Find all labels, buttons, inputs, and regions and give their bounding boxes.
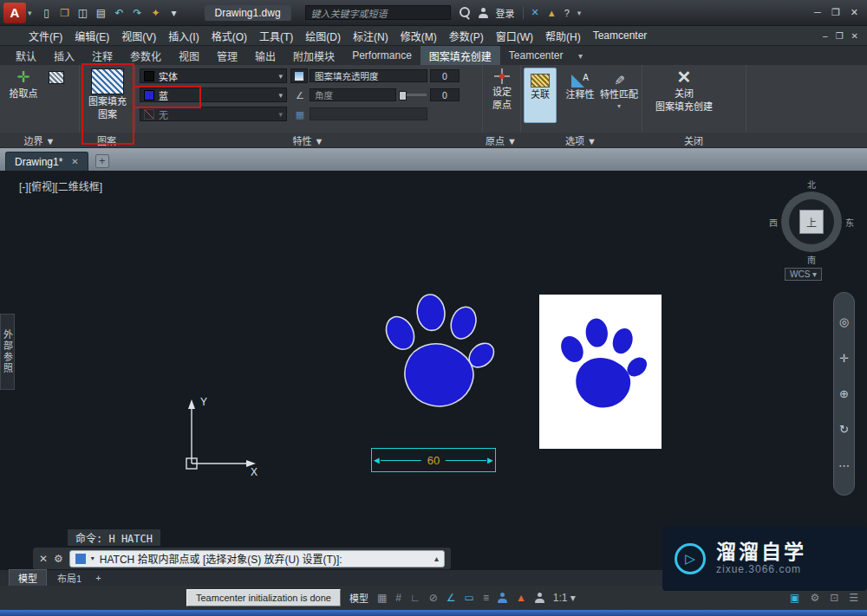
command-customize-icon[interactable]: ⚙ (54, 553, 63, 565)
tab-insert[interactable]: 插入 (45, 46, 83, 65)
doc-close-button[interactable]: ✕ (851, 31, 858, 41)
doc-restore-button[interactable]: ❐ (836, 31, 844, 41)
match-properties-chevron-icon[interactable]: ▾ (617, 102, 621, 110)
exchange-apps-icon[interactable]: ✕ (531, 7, 539, 18)
menu-format[interactable]: 格式(O) (205, 29, 253, 43)
menu-file[interactable]: 文件(F) (23, 29, 68, 43)
doc-minimize-button[interactable]: – (823, 31, 828, 41)
layout1-tab[interactable]: 布局1 (49, 570, 90, 586)
pick-points-button[interactable]: ✛ 拾取点 (3, 68, 43, 100)
menu-edit[interactable]: 编辑(E) (68, 29, 115, 43)
redo-icon[interactable]: ↷ (130, 5, 146, 21)
collaborate-user-icon[interactable] (498, 593, 507, 603)
close-panel-label[interactable]: 关闭 (642, 133, 746, 148)
model-tab[interactable]: 模型 (9, 569, 47, 587)
recent-commands-icon[interactable] (75, 554, 86, 564)
qat-more-icon[interactable]: ▾ (166, 5, 182, 21)
open-folder-icon[interactable]: ❒ (57, 5, 73, 21)
tab-performance[interactable]: Performance (343, 46, 420, 65)
menu-window[interactable]: 窗口(W) (490, 29, 539, 43)
menu-view[interactable]: 视图(V) (115, 29, 162, 43)
tab-teamcenter[interactable]: Teamcenter (500, 46, 572, 65)
angle-field[interactable]: 角度 (310, 88, 396, 101)
close-hatch-editor-button[interactable]: ✕ 关闭 图案填充创建 (652, 68, 716, 112)
transparency-value[interactable]: 0 (430, 69, 460, 82)
navbar-more-icon[interactable]: ⋯ (838, 459, 850, 472)
ucs-icon[interactable]: Y X (178, 394, 260, 477)
flame-icon[interactable]: ▲ (516, 592, 526, 604)
reference-image[interactable] (539, 295, 662, 449)
command-close-icon[interactable]: ✕ (39, 553, 48, 565)
command-collapse-icon[interactable]: ▴ (434, 554, 439, 563)
login-button[interactable]: 登录 (496, 6, 515, 20)
add-layout-button[interactable]: + (95, 573, 101, 583)
menu-insert[interactable]: 插入(I) (162, 29, 205, 43)
boundary-panel-label[interactable]: 边界 ▼ (0, 133, 79, 148)
dimension-60[interactable]: ◄ ► 60 (371, 448, 496, 472)
menu-dimension[interactable]: 标注(N) (347, 29, 394, 43)
lineweight-icon[interactable]: ≡ (483, 592, 489, 604)
tab-view[interactable]: 视图 (170, 46, 208, 65)
viewcube-ring[interactable]: 上 (781, 191, 842, 252)
save-icon[interactable]: ◫ (75, 5, 91, 21)
search-icon[interactable] (460, 7, 471, 18)
ortho-icon[interactable]: ∟ (410, 592, 420, 604)
background-color-combo[interactable]: 无 ▾ (140, 107, 287, 121)
annotative-button[interactable]: 注释性 (562, 68, 598, 101)
help-chevron-icon[interactable]: ▾ (577, 9, 582, 17)
model-space-label[interactable]: 模型 (349, 591, 368, 605)
hatch-type-combo[interactable]: 实体 ▾ (140, 68, 287, 83)
recent-commands-chevron-icon[interactable]: ▾ (91, 554, 95, 562)
polar-tracking-icon[interactable]: ⊘ (429, 592, 438, 604)
tab-manage[interactable]: 管理 (208, 46, 246, 65)
snap-icon[interactable]: # (395, 592, 401, 604)
paw-hatch-object[interactable] (368, 289, 505, 434)
viewcube-south-label[interactable]: 南 (807, 253, 816, 266)
zoom-icon[interactable]: ⊕ (839, 387, 849, 400)
dynamic-input-icon[interactable]: ▭ (465, 592, 474, 604)
close-button[interactable]: ✕ (851, 7, 858, 18)
viewcube-top-face[interactable]: 上 (799, 210, 824, 234)
set-origin-button[interactable]: 设定 原点 (484, 68, 520, 110)
new-drawing-tab-button[interactable]: + (95, 154, 109, 168)
angle-slider[interactable] (399, 94, 427, 96)
menu-modify[interactable]: 修改(M) (394, 29, 443, 43)
new-file-icon[interactable]: ▯ (39, 5, 55, 21)
pan-icon[interactable]: ✛ (839, 352, 849, 365)
app-logo[interactable]: A (3, 3, 26, 23)
menu-parametric[interactable]: 参数(P) (443, 29, 490, 43)
options-panel-label[interactable]: 选项 ▼ (520, 133, 642, 148)
maximize-button[interactable]: ❐ (831, 7, 840, 18)
annotation-scale-button[interactable]: 1:1 ▾ (553, 592, 576, 604)
viewcube-east-label[interactable]: 东 (845, 216, 854, 229)
properties-panel-label[interactable]: 特性 ▼ (134, 133, 482, 148)
customization-menu-icon[interactable]: ☰ (849, 592, 858, 604)
tab-default[interactable]: 默认 (7, 46, 45, 65)
menu-tools[interactable]: 工具(T) (253, 29, 299, 43)
menu-draw[interactable]: 绘图(D) (299, 29, 347, 43)
user-presence-icon[interactable] (535, 593, 544, 603)
file-tab-drawing1[interactable]: Drawing1* ✕ (5, 152, 88, 171)
xref-palette-tab[interactable]: 外部参照 (0, 314, 15, 390)
viewcube-north-label[interactable]: 北 (807, 178, 816, 191)
minimize-button[interactable]: ─ (814, 7, 821, 18)
angle-value[interactable]: 0 (430, 88, 460, 101)
file-tab-close-icon[interactable]: ✕ (71, 157, 78, 166)
grid-icon[interactable]: ▦ (377, 592, 387, 604)
app-menu-chevron-icon[interactable]: ▾ (28, 9, 32, 17)
undo-icon[interactable]: ↶ (112, 5, 127, 21)
menu-help[interactable]: 帮助(H) (539, 29, 587, 43)
viewcube-west-label[interactable]: 西 (769, 216, 778, 229)
orbit-icon[interactable]: ↻ (839, 423, 849, 436)
print-icon[interactable]: ▤ (94, 5, 109, 21)
tab-output[interactable]: 输出 (246, 46, 284, 65)
viewport-controls-label[interactable]: [-][俯视][二维线框] (19, 178, 102, 193)
clean-screen-icon[interactable]: ⊡ (830, 592, 838, 604)
gear-icon[interactable]: ⚙ (810, 592, 819, 604)
transfer-icon[interactable]: ✦ (148, 5, 164, 21)
gradient-color-button[interactable] (290, 68, 308, 83)
ribbon-minimize-icon[interactable]: ▾ (572, 46, 590, 65)
transparency-field[interactable]: 图案填充透明度 (310, 69, 427, 82)
view-cube[interactable]: 北 西 上 东 南 (763, 178, 860, 266)
associative-toggle-button[interactable]: 关联 (524, 68, 557, 123)
